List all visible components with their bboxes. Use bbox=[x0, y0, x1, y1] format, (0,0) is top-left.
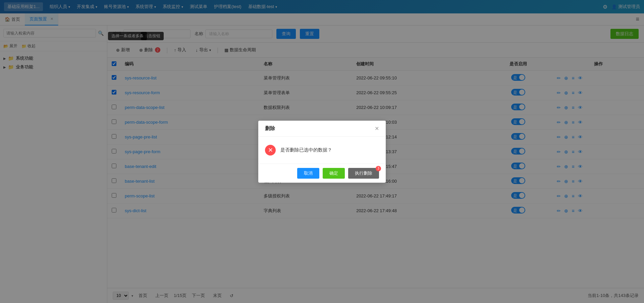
error-icon: ✕ bbox=[265, 145, 276, 156]
modal-message: 是否删除已选中的数据？ bbox=[280, 147, 332, 153]
modal-footer: 取消 确定 执行删除 3 bbox=[258, 164, 386, 183]
modal-header: 删除 ✕ bbox=[258, 121, 386, 137]
cancel-button[interactable]: 取消 bbox=[297, 168, 319, 179]
modal-close-button[interactable]: ✕ bbox=[375, 125, 379, 132]
execute-badge: 3 bbox=[376, 166, 381, 171]
delete-modal: 删除 ✕ ✕ 是否删除已选中的数据？ 取消 确定 执行删除 3 bbox=[258, 121, 386, 183]
modal-overlay: 删除 ✕ ✕ 是否删除已选中的数据？ 取消 确定 执行删除 3 bbox=[0, 0, 644, 303]
modal-title: 删除 bbox=[265, 125, 275, 132]
execute-delete-button[interactable]: 执行删除 3 bbox=[348, 168, 379, 179]
confirm-button[interactable]: 确定 bbox=[323, 168, 345, 179]
modal-body: ✕ 是否删除已选中的数据？ bbox=[258, 137, 386, 164]
